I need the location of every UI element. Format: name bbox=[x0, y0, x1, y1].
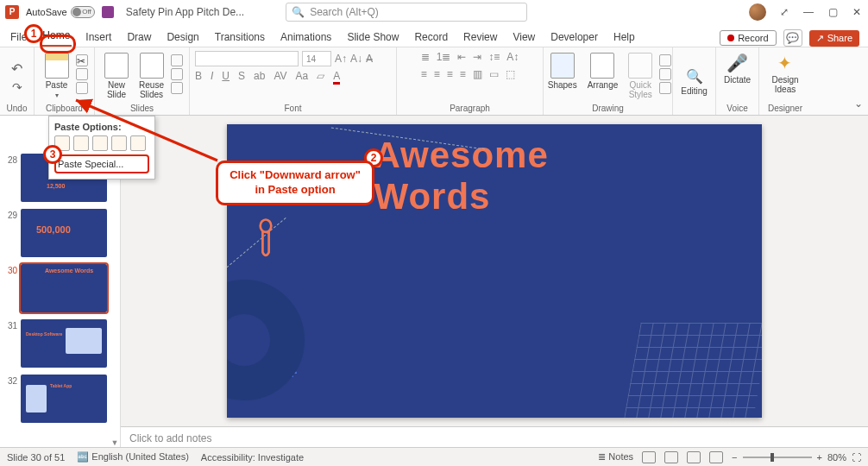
shrink-font-icon[interactable]: A↓ bbox=[350, 53, 362, 65]
find-icon: 🔍 bbox=[686, 68, 703, 85]
slide-title-text[interactable]: Awesome Words bbox=[374, 135, 642, 217]
text-direction-icon[interactable]: A↕ bbox=[506, 51, 519, 63]
align-right-icon[interactable]: ≡ bbox=[447, 68, 453, 80]
slide-counter[interactable]: Slide 30 of 51 bbox=[7, 452, 65, 463]
reuse-slides-button[interactable]: Reuse Slides bbox=[135, 51, 167, 101]
shape-fill-icon[interactable] bbox=[659, 54, 671, 66]
bullets-icon[interactable]: ≣ bbox=[421, 51, 430, 63]
redo-icon[interactable]: ↷ bbox=[12, 80, 22, 94]
arrange-label: Arrange bbox=[588, 80, 619, 90]
shapes-button[interactable]: Shapes bbox=[544, 51, 581, 91]
notes-pane[interactable]: Click to add notes bbox=[121, 426, 868, 450]
thumbnail-row[interactable]: 31 Desktop Software bbox=[0, 316, 120, 371]
grow-font-icon[interactable]: A↑ bbox=[335, 53, 347, 65]
undo-icon[interactable]: ↶ bbox=[11, 60, 22, 77]
case-icon[interactable]: Aa bbox=[296, 70, 309, 82]
columns-icon[interactable]: ▥ bbox=[473, 68, 482, 80]
format-painter-icon[interactable] bbox=[76, 82, 88, 94]
tab-insert[interactable]: Insert bbox=[84, 28, 113, 47]
align-text-icon[interactable]: ▭ bbox=[489, 68, 499, 80]
maximize-icon[interactable]: ▢ bbox=[827, 6, 839, 18]
font-size-input[interactable]: 14 bbox=[302, 51, 331, 66]
slide-thumbnail-selected[interactable]: Awesome Words bbox=[21, 264, 107, 312]
align-center-icon[interactable]: ≡ bbox=[434, 68, 440, 80]
accessibility-status[interactable]: Accessibility: Investigate bbox=[201, 452, 304, 463]
thumbnail-row[interactable]: 32 Tablet App bbox=[0, 371, 120, 426]
zoom-in-icon[interactable]: + bbox=[817, 452, 822, 463]
bold-icon[interactable]: B bbox=[195, 70, 202, 82]
new-slide-button[interactable]: New Slide bbox=[101, 51, 132, 101]
tab-help[interactable]: Help bbox=[612, 28, 637, 47]
section-icon[interactable] bbox=[171, 82, 183, 94]
highlight-icon[interactable]: ▱ bbox=[317, 70, 324, 82]
save-icon[interactable] bbox=[102, 6, 114, 18]
search-input[interactable]: 🔍 Search (Alt+Q) bbox=[286, 3, 527, 22]
close-icon[interactable]: ✕ bbox=[851, 6, 863, 18]
align-left-icon[interactable]: ≡ bbox=[421, 68, 427, 80]
copy-icon[interactable] bbox=[76, 68, 88, 80]
paste-button[interactable]: Paste ▾ bbox=[41, 51, 72, 101]
shape-outline-icon[interactable] bbox=[659, 68, 671, 80]
arrange-button[interactable]: Arrange bbox=[584, 51, 622, 91]
tab-design[interactable]: Design bbox=[165, 28, 200, 47]
indent-inc-icon[interactable]: ⇥ bbox=[473, 51, 481, 63]
zoom-slider[interactable] bbox=[743, 457, 812, 458]
line-spacing-icon[interactable]: ↕≡ bbox=[488, 51, 500, 63]
tab-animations[interactable]: Animations bbox=[279, 28, 333, 47]
minimize-icon[interactable]: — bbox=[802, 6, 815, 18]
design-ideas-button[interactable]: ✦ Design Ideas bbox=[768, 51, 802, 96]
clear-format-icon[interactable]: A̶ bbox=[366, 53, 373, 65]
tab-slideshow[interactable]: Slide Show bbox=[345, 28, 400, 47]
justify-icon[interactable]: ≡ bbox=[460, 68, 466, 80]
shape-effects-icon[interactable] bbox=[659, 82, 671, 94]
comments-button[interactable]: 💬 bbox=[783, 29, 802, 47]
dictate-button[interactable]: 🎤 Dictate bbox=[720, 51, 754, 86]
toggle-off-icon[interactable]: Off bbox=[71, 6, 95, 18]
zoom-out-icon[interactable]: − bbox=[732, 452, 737, 463]
tab-transitions[interactable]: Transitions bbox=[213, 28, 267, 47]
tab-record[interactable]: Record bbox=[412, 28, 450, 47]
cut-icon[interactable]: ✂ bbox=[76, 54, 88, 66]
quick-styles-button[interactable]: Quick Styles bbox=[625, 51, 656, 101]
ribbon-display-icon[interactable]: ⤢ bbox=[778, 6, 790, 18]
tab-draw[interactable]: Draw bbox=[125, 28, 153, 47]
sorter-view-icon[interactable] bbox=[664, 451, 678, 463]
slide-thumbnail[interactable]: Tablet App bbox=[21, 375, 107, 423]
user-avatar[interactable] bbox=[749, 3, 766, 21]
slide-thumbnail[interactable]: 500,000 bbox=[21, 209, 107, 257]
numbering-icon[interactable]: 1≣ bbox=[437, 51, 451, 63]
spacing-icon[interactable]: AV bbox=[274, 70, 286, 82]
document-title[interactable]: Safety Pin App Pitch De... bbox=[126, 6, 244, 18]
zoom-value[interactable]: 80% bbox=[827, 452, 846, 463]
strike-icon[interactable]: S bbox=[238, 70, 245, 82]
layout-icon[interactable] bbox=[171, 54, 183, 66]
notes-toggle[interactable]: ≣ Notes bbox=[598, 451, 633, 463]
tab-developer[interactable]: Developer bbox=[549, 28, 600, 47]
zoom-control[interactable]: − + 80% ⛶ bbox=[732, 452, 861, 463]
paste-dropdown-arrow-icon[interactable]: ▾ bbox=[55, 91, 59, 99]
collapse-ribbon-icon[interactable]: ⌄ bbox=[854, 98, 863, 110]
scroll-down-icon[interactable]: ▼ bbox=[111, 438, 119, 447]
slideshow-view-icon[interactable] bbox=[709, 451, 723, 463]
normal-view-icon[interactable] bbox=[642, 451, 656, 463]
reading-view-icon[interactable] bbox=[687, 451, 701, 463]
language-status[interactable]: 🔤 English (United States) bbox=[77, 451, 189, 463]
underline-icon[interactable]: U bbox=[222, 70, 230, 82]
font-color-icon[interactable]: A bbox=[333, 70, 340, 82]
reset-icon[interactable] bbox=[171, 68, 183, 80]
shadow-icon[interactable]: ab bbox=[254, 70, 265, 82]
indent-dec-icon[interactable]: ⇤ bbox=[457, 51, 466, 63]
tab-view[interactable]: View bbox=[511, 28, 537, 47]
thumbnail-row[interactable]: 29 500,000 bbox=[0, 205, 120, 261]
record-button[interactable]: Record bbox=[720, 30, 776, 46]
tab-review[interactable]: Review bbox=[462, 28, 499, 47]
autosave-toggle[interactable]: AutoSave Off bbox=[26, 6, 95, 18]
italic-icon[interactable]: I bbox=[211, 70, 213, 82]
thumbnail-row[interactable]: 30 Awesome Words bbox=[0, 261, 120, 316]
fit-window-icon[interactable]: ⛶ bbox=[852, 452, 861, 463]
editing-button[interactable]: 🔍 Editing bbox=[677, 66, 711, 98]
slide-thumbnail[interactable]: Desktop Software bbox=[21, 319, 107, 368]
font-name-input[interactable] bbox=[195, 51, 299, 66]
share-button[interactable]: ↗ Share bbox=[809, 30, 859, 47]
smartart-icon[interactable]: ⬚ bbox=[506, 68, 515, 80]
